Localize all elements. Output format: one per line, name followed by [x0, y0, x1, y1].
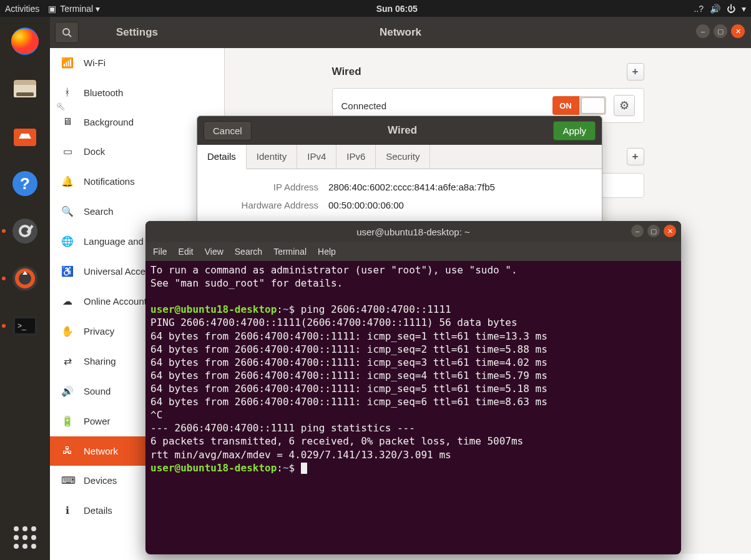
maximize-button[interactable]: ▢ — [714, 24, 727, 38]
terminal-window: user@ubuntu18-desktop: ~ – ▢ ✕ FileEditV… — [145, 221, 681, 554]
minimize-button[interactable]: – — [696, 24, 710, 38]
sidebar-item-label: Devices — [84, 475, 117, 486]
input-source-indicator[interactable]: ..? — [694, 4, 704, 14]
window-controls: – ▢ ✕ — [696, 24, 745, 38]
terminal-icon: ▣ — [48, 4, 56, 14]
svg-rect-3 — [16, 92, 34, 96]
dock-help[interactable]: ? — [8, 167, 42, 200]
system-menu-chevron-icon[interactable]: ▾ — [742, 4, 746, 14]
app-menu[interactable]: ▣ Terminal ▾ — [48, 4, 100, 14]
show-applications[interactable] — [14, 526, 36, 549]
dock-terminal[interactable]: >_ — [8, 309, 42, 343]
sidebar-item-label: Background — [84, 117, 134, 127]
add-wired-button[interactable]: + — [627, 63, 644, 81]
terminal-menubar: FileEditViewSearchTerminalHelp — [145, 242, 681, 261]
sidebar-item-label: Dock — [84, 146, 105, 157]
sidebar-item-label: Universal Access — [84, 266, 155, 277]
wired-dialog-title: Wired — [388, 124, 417, 137]
sidebar-item-label: Wi-Fi — [84, 57, 106, 68]
wired-toggle-on-label: ON — [552, 96, 579, 115]
dock: ? >_ — [0, 17, 50, 560]
wired-status: Connected — [341, 101, 545, 111]
dock-software[interactable] — [8, 119, 42, 153]
dock-firefox[interactable] — [8, 24, 42, 58]
terminal-maximize-button[interactable]: ▢ — [647, 225, 660, 237]
cancel-button[interactable]: Cancel — [204, 121, 252, 140]
globe-icon: 🌐 — [61, 235, 74, 247]
sidebar-item-label: Sound — [84, 386, 110, 396]
tab-security[interactable]: Security — [376, 145, 430, 169]
tab-identity[interactable]: Identity — [247, 145, 297, 169]
settings-titlebar: Settings Network – ▢ ✕ — [50, 17, 751, 48]
sidebar-item-label: Power — [84, 416, 110, 426]
sidebar-item-label: Notifications — [84, 176, 135, 187]
sidebar-item-label: Network — [84, 446, 118, 456]
terminal-close-button[interactable]: ✕ — [664, 225, 676, 237]
dock-updates[interactable] — [8, 262, 42, 295]
terminal-body[interactable]: To run a command as administrator (user … — [145, 261, 681, 554]
accessibility-icon: ♿ — [61, 265, 74, 277]
svg-point-7 — [12, 219, 37, 243]
ip-address-value: 2806:40c:6002:cccc:8414:a6fe:a8a:7fb5 — [328, 182, 495, 192]
wired-dialog: Cancel Wired Apply DetailsIdentityIPv4IP… — [197, 115, 602, 231]
sidebar-item-label: Search — [84, 206, 114, 217]
sidebar-item-label: Bluetooth — [84, 87, 123, 98]
ip-address-label: IP Address — [212, 182, 318, 192]
dock-icon: ▭ — [61, 145, 74, 157]
close-button[interactable]: ✕ — [731, 24, 745, 38]
terminal-minimize-button[interactable]: – — [631, 225, 644, 237]
details-icon: ℹ — [61, 504, 74, 516]
terminal-menu-search[interactable]: Search — [235, 247, 262, 257]
terminal-menu-help[interactable]: Help — [318, 247, 336, 257]
sidebar-item-label: Sharing — [84, 356, 116, 366]
terminal-window-controls: – ▢ ✕ — [631, 225, 676, 237]
terminal-title: user@ubuntu18-desktop: ~ — [356, 227, 470, 237]
svg-line-14 — [69, 34, 71, 37]
activities-button[interactable]: Activities — [5, 4, 39, 14]
tab-ipv6[interactable]: IPv6 — [336, 145, 376, 169]
hw-address-label: Hardware Address — [212, 200, 318, 210]
bluetooth-icon: ᚼ — [61, 87, 74, 98]
dock-settings[interactable] — [8, 214, 42, 248]
svg-text:?: ? — [20, 174, 30, 193]
apply-button[interactable]: Apply — [553, 121, 596, 140]
terminal-menu-view[interactable]: View — [205, 247, 223, 257]
sidebar-item-bluetooth[interactable]: ᚼBluetooth — [50, 78, 224, 107]
clock[interactable]: Sun 06:05 — [100, 4, 694, 14]
cloud-icon: ☁ — [61, 295, 74, 307]
wired-section: Wired + Connected ON ⚙ — [332, 63, 644, 123]
search-icon: 🔍 — [61, 205, 74, 217]
wired-dialog-tabs: DetailsIdentityIPv4IPv6Security — [197, 145, 602, 169]
terminal-titlebar: user@ubuntu18-desktop: ~ – ▢ ✕ — [145, 221, 681, 242]
hw-address-value: 00:50:00:00:06:00 — [328, 200, 404, 210]
terminal-menu-edit[interactable]: Edit — [179, 247, 194, 257]
settings-search-button[interactable] — [55, 22, 79, 43]
wired-toggle-knob — [581, 97, 605, 114]
tab-details[interactable]: Details — [197, 145, 247, 169]
sidebar-item-label: Details — [84, 505, 112, 516]
wired-dialog-header: Cancel Wired Apply — [197, 116, 602, 145]
devices-icon: ⌨ — [61, 474, 74, 486]
volume-icon[interactable]: 🔊 — [710, 4, 720, 14]
power-icon: 🔋 — [61, 415, 74, 427]
add-vpn-button[interactable]: + — [627, 148, 644, 165]
terminal-menu-terminal[interactable]: Terminal — [273, 247, 307, 257]
privacy-icon: ✋ — [61, 325, 74, 337]
wired-toggle[interactable]: ON — [552, 96, 606, 115]
sound-icon: 🔊 — [61, 385, 74, 397]
tab-ipv4[interactable]: IPv4 — [297, 145, 336, 169]
wifi-icon: 📶 — [61, 57, 74, 69]
bell-icon: 🔔 — [61, 175, 74, 187]
svg-point-13 — [63, 29, 69, 35]
background-icon: 🖥 — [61, 116, 74, 127]
wired-settings-button[interactable]: ⚙ — [614, 95, 635, 116]
terminal-menu-file[interactable]: File — [153, 247, 167, 257]
network-icon: 🖧 — [61, 445, 74, 456]
sidebar-item-label: Online Accounts — [84, 296, 151, 307]
gnome-topbar: Activities ▣ Terminal ▾ Sun 06:05 ..? 🔊 … — [0, 0, 751, 17]
dock-files[interactable] — [8, 72, 42, 106]
share-icon: ⇄ — [61, 355, 74, 367]
settings-title: Settings — [116, 26, 158, 39]
power-icon[interactable]: ⏻ — [727, 4, 735, 14]
sidebar-item-wi-fi[interactable]: 📶Wi-Fi — [50, 48, 224, 78]
